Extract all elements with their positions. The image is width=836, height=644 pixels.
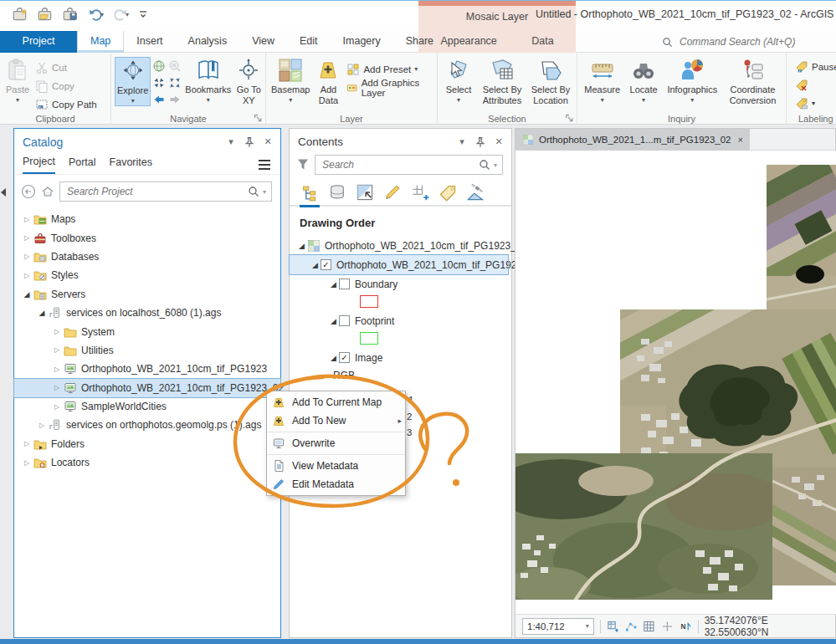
menu-item-add-to-new[interactable]: Add To New▸	[267, 411, 405, 430]
expander-icon[interactable]: ◢	[310, 261, 321, 269]
bookmarks-button[interactable]: Bookmarks▾	[183, 57, 233, 105]
expand-icon[interactable]: ▷	[36, 422, 48, 429]
pane-menu-chevron-icon[interactable]: ▾	[456, 136, 468, 148]
dialog-launcher-icon[interactable]	[254, 114, 263, 123]
expander-icon[interactable]: ◢	[328, 354, 339, 362]
select-button[interactable]: Select▾	[441, 57, 476, 105]
boundary-symbol-swatch[interactable]	[360, 295, 378, 308]
catalog-tree-item[interactable]: ▷System	[14, 322, 280, 340]
paste-button[interactable]: Paste▾	[3, 57, 32, 105]
contents-search-box[interactable]: ▾	[315, 155, 503, 175]
undo-button[interactable]: ▾	[87, 6, 104, 23]
status-edit-vertices-icon[interactable]	[625, 620, 638, 633]
tab-map[interactable]: Map	[77, 31, 124, 53]
catalog-tab-favorites[interactable]: Favorites	[110, 156, 152, 173]
go-to-xy-button[interactable]: Go To XY	[234, 57, 263, 106]
catalog-tree-item[interactable]: ▷Databases	[14, 248, 280, 266]
label-options-button[interactable]: ▾	[793, 95, 836, 112]
expand-icon[interactable]: ▷	[21, 253, 33, 260]
expand-icon[interactable]: ▷	[51, 403, 63, 411]
catalog-tree-item[interactable]: ▷Maps	[14, 210, 280, 228]
back-icon[interactable]	[21, 184, 36, 199]
catalog-search-input[interactable]	[65, 185, 248, 198]
layer-checkbox-checked[interactable]: ✓	[321, 259, 331, 270]
new-project-icon[interactable]	[12, 6, 28, 23]
catalog-tree-item[interactable]: ▷services on orthophotos.geomolg.ps (1).…	[14, 416, 280, 434]
locate-button[interactable]: Locate▾	[625, 57, 661, 105]
pane-splitter-marker[interactable]	[1, 188, 6, 197]
catalog-tree-item[interactable]: ◢Servers	[14, 285, 280, 304]
expand-icon[interactable]: ▷	[21, 216, 33, 223]
catalog-tree-item[interactable]: ▷Orthophoto_WB_2021_10cm_tif_PG1923	[14, 360, 280, 378]
layer-checkbox-unchecked[interactable]	[339, 315, 350, 326]
filter-icon[interactable]	[296, 157, 310, 172]
command-search[interactable]	[662, 33, 829, 50]
next-extent-icon[interactable]	[168, 93, 182, 106]
zoom-to-selection-icon[interactable]	[168, 59, 182, 73]
copy-button[interactable]: Copy	[33, 77, 99, 95]
image-row[interactable]: ◢ ✓ Image	[290, 348, 511, 367]
expand-icon[interactable]: ▷	[21, 234, 33, 242]
layer-checkbox-unchecked[interactable]	[339, 279, 350, 289]
tab-share[interactable]: Share	[393, 31, 446, 53]
close-pane-icon[interactable]: ✕	[262, 136, 274, 148]
fixed-zoom-out-icon[interactable]	[168, 76, 182, 89]
expand-icon[interactable]: ▷	[51, 346, 63, 354]
status-snapping-icon[interactable]	[661, 620, 674, 633]
catalog-tab-project[interactable]: Project	[23, 156, 55, 174]
catalog-tree-item[interactable]: ▷Orthophoto_WB_2021_10cm_tif_PG1923_02	[14, 379, 280, 397]
stop-labeling-button[interactable]	[793, 76, 836, 94]
select-by-attributes-button[interactable]: Select By Attributes	[478, 57, 526, 106]
list-by-data-source-icon[interactable]	[327, 183, 347, 205]
contents-search-input[interactable]	[321, 158, 479, 171]
map-document-tab[interactable]: Orthophoto_WB_2021_1...m_tif_PG1923_02 ×	[515, 129, 750, 151]
pause-labeling-button[interactable]: Pause	[793, 58, 836, 75]
redo-button[interactable]: ▾	[112, 6, 129, 23]
menu-item-edit-metadata[interactable]: Edit Metadata	[267, 475, 405, 493]
open-project-icon[interactable]	[37, 6, 54, 23]
list-by-labeling-icon[interactable]	[438, 183, 458, 205]
tab-imagery[interactable]: Imagery	[331, 31, 393, 53]
select-by-location-button[interactable]: Select By Location	[528, 57, 573, 106]
menu-item-add-to-current-map[interactable]: Add To Current Map	[267, 393, 405, 411]
pane-menu-chevron-icon[interactable]: ▾	[225, 136, 237, 148]
status-add-icon[interactable]	[607, 620, 619, 633]
map-canvas[interactable]	[515, 151, 836, 614]
hamburger-menu-icon[interactable]	[257, 159, 272, 171]
mosaic-layer-row[interactable]: ◢ ✓ Orthophoto_WB_2021_10cm_tif_PG1923	[290, 255, 508, 274]
add-preset-button[interactable]: Add Preset▾	[345, 60, 433, 78]
expand-icon[interactable]: ▷	[51, 365, 63, 373]
catalog-search-box[interactable]: ▾	[59, 181, 272, 202]
expander-icon[interactable]: ◢	[328, 317, 339, 325]
list-by-drawing-order-icon[interactable]	[300, 186, 320, 207]
expand-icon[interactable]: ▷	[21, 272, 33, 279]
command-search-input[interactable]	[678, 35, 820, 49]
catalog-tree-item[interactable]: ▷Locators	[14, 453, 280, 472]
add-graphics-layer-button[interactable]: Add Graphics Layer	[345, 79, 433, 96]
fixed-zoom-in-icon[interactable]	[152, 76, 166, 89]
close-pane-icon[interactable]: ✕	[493, 136, 505, 148]
expand-icon[interactable]: ▷	[51, 384, 63, 391]
infographics-button[interactable]: Infographics▾	[664, 57, 721, 105]
copy-path-button[interactable]: wCopy Path	[33, 95, 99, 113]
customize-toolbar-icon[interactable]	[137, 8, 149, 20]
home-icon[interactable]	[41, 185, 54, 198]
catalog-tree-item[interactable]: ▷Styles	[14, 266, 280, 284]
expander-icon[interactable]: ◢	[296, 242, 307, 250]
expand-icon[interactable]: ▷	[51, 328, 63, 335]
dialog-launcher-icon[interactable]	[565, 114, 574, 123]
tab-analysis[interactable]: Analysis	[176, 31, 240, 53]
boundary-row[interactable]: ◢ Boundary	[290, 274, 511, 294]
undo-caret-icon[interactable]: ▾	[100, 11, 104, 18]
status-north-icon[interactable]: N	[680, 620, 692, 633]
tab-project[interactable]: Project	[0, 31, 77, 53]
catalog-tree-item[interactable]: ◢services on localhost_6080 (1).ags	[14, 304, 280, 322]
status-grid-icon[interactable]	[643, 620, 655, 633]
catalog-tree-item[interactable]: ▷SampleWorldCities	[14, 397, 280, 416]
list-by-editing-icon[interactable]	[382, 183, 403, 205]
catalog-tree-item[interactable]: ▷Toolboxes	[14, 228, 280, 247]
menu-item-view-metadata[interactable]: View Metadata	[267, 457, 405, 475]
expander-icon[interactable]: ◢	[328, 280, 339, 289]
layer-checkbox-checked[interactable]: ✓	[339, 352, 350, 363]
footprint-row[interactable]: ◢ Footprint	[290, 311, 511, 330]
